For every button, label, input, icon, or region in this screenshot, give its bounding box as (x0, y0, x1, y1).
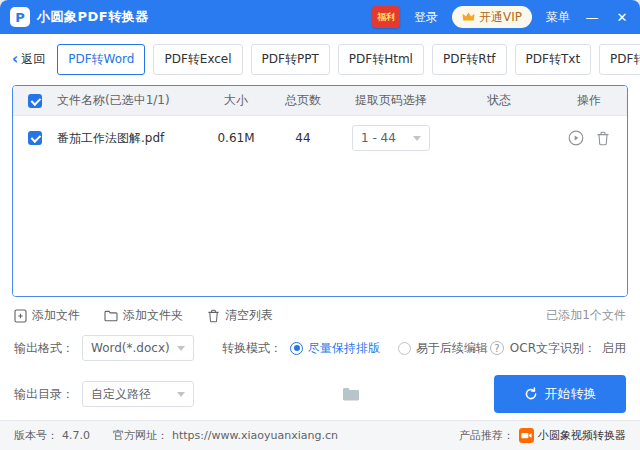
add-file-button[interactable]: 添加文件 (14, 307, 80, 324)
clear-list-button[interactable]: 清空列表 (207, 307, 273, 324)
file-table: 文件名称(已选中1/1) 大小 总页数 提取页码选择 状态 操作 番茄工作法图解… (12, 85, 628, 297)
recommend-label: 产品推荐： (459, 428, 514, 443)
settings-row-format: 输出格式： Word(*.docx) 转换模式： 尽量保持排版 易于后续编辑 ?… (0, 328, 640, 368)
start-convert-label: 开始转换 (545, 385, 597, 403)
settings-row-output: 输出目录： 自定义路径 开始转换 (0, 368, 640, 420)
menu-button[interactable]: 菜单 (546, 9, 570, 26)
back-chevron-icon: ‹ (12, 52, 18, 67)
output-format-label: 输出格式： (14, 340, 74, 357)
start-convert-button[interactable]: 开始转换 (494, 375, 626, 413)
footer: 版本号： 4.7.0 官方网址： https://www.xiaoyuanxia… (0, 420, 640, 450)
refresh-icon (524, 387, 538, 401)
crown-icon (462, 12, 475, 22)
preview-play-icon[interactable] (568, 130, 584, 146)
header-file-name: 文件名称(已选中1/1) (57, 92, 201, 109)
version-value: 4.7.0 (62, 429, 90, 442)
help-icon[interactable]: ? (490, 341, 504, 355)
page-range-value: 1 - 44 (361, 131, 396, 145)
tab-pdf-to-ppt[interactable]: PDF转PPT (251, 44, 330, 75)
minimize-button[interactable]: — (584, 10, 600, 25)
radio-keep-layout-label: 尽量保持排版 (308, 340, 380, 357)
header-pages: 总页数 (271, 92, 335, 109)
login-button[interactable]: 登录 (414, 9, 438, 26)
version-label: 版本号： (14, 428, 58, 443)
convert-mode-group: 尽量保持排版 易于后续编辑 (290, 340, 488, 357)
add-file-icon (14, 309, 27, 323)
chevron-down-icon (177, 346, 185, 351)
action-bar: 添加文件 添加文件夹 清空列表 已添加1个文件 (0, 297, 640, 328)
output-format-select[interactable]: Word(*.docx) (82, 335, 194, 361)
website-label: 官方网址： (113, 428, 168, 443)
delete-row-icon[interactable] (596, 131, 610, 146)
chevron-down-icon (177, 392, 185, 397)
tab-pdf-to-word[interactable]: PDF转Word (57, 44, 145, 75)
back-label: 返回 (21, 51, 45, 68)
add-file-label: 添加文件 (32, 307, 80, 324)
radio-easy-edit[interactable]: 易于后续编辑 (398, 340, 488, 357)
header-status: 状态 (447, 92, 551, 109)
header-size: 大小 (201, 92, 271, 109)
tab-pdf-to-html[interactable]: PDF转Html (338, 44, 424, 75)
radio-easy-edit-label: 易于后续编辑 (416, 340, 488, 357)
ocr-group: ? OCR文字识别： 启用 (490, 340, 626, 357)
app-window: P 小圆象PDF转换器 福利 登录 开通VIP 菜单 — ✕ ‹ 返回 PDF转… (0, 0, 640, 450)
select-all-checkbox[interactable] (28, 94, 42, 108)
table-header-row: 文件名称(已选中1/1) 大小 总页数 提取页码选择 状态 操作 (13, 86, 627, 116)
clear-list-icon (207, 309, 220, 323)
tab-bar: ‹ 返回 PDF转Word PDF转Excel PDF转PPT PDF转Html… (0, 34, 640, 83)
radio-dot-icon (398, 342, 411, 355)
clear-list-label: 清空列表 (225, 307, 273, 324)
ocr-label: OCR文字识别： (510, 340, 596, 357)
recommended-product-link[interactable]: 小圆象视频转换器 (519, 428, 626, 443)
recommend-value: 小圆象视频转换器 (538, 428, 626, 443)
output-dir-select[interactable]: 自定义路径 (82, 381, 194, 407)
tab-pdf-to-txt[interactable]: PDF转Txt (515, 44, 592, 75)
header-operations: 操作 (551, 92, 627, 109)
back-button[interactable]: ‹ 返回 (12, 51, 45, 68)
tab-pdf-to-image[interactable]: PDF转图片 (599, 44, 640, 75)
row-checkbox[interactable] (28, 131, 42, 145)
tab-pdf-to-excel[interactable]: PDF转Excel (153, 44, 242, 75)
chevron-down-icon (413, 136, 421, 141)
add-folder-label: 添加文件夹 (123, 307, 183, 324)
header-page-range: 提取页码选择 (335, 92, 447, 109)
add-folder-icon (104, 310, 118, 322)
table-empty-area (13, 160, 627, 296)
titlebar: P 小圆象PDF转换器 福利 登录 开通VIP 菜单 — ✕ (0, 0, 640, 34)
file-size: 0.61M (201, 131, 271, 145)
tab-pdf-to-rtf[interactable]: PDF转Rtf (432, 44, 507, 75)
output-dir-label: 输出目录： (14, 386, 74, 403)
file-pages: 44 (271, 131, 335, 145)
page-range-select[interactable]: 1 - 44 (352, 125, 430, 151)
file-name: 番茄工作法图解.pdf (57, 130, 201, 147)
video-converter-icon (519, 428, 534, 443)
website-link[interactable]: https://www.xiaoyuanxiang.cn (172, 429, 338, 442)
ocr-enable-button[interactable]: 启用 (602, 340, 626, 357)
added-count: 已添加1个文件 (546, 307, 626, 324)
output-dir-value: 自定义路径 (91, 386, 151, 403)
table-row[interactable]: 番茄工作法图解.pdf 0.61M 44 1 - 44 (13, 116, 627, 160)
convert-mode-label: 转换模式： (222, 340, 282, 357)
output-format-value: Word(*.docx) (91, 341, 170, 355)
app-title: 小圆象PDF转换器 (37, 8, 149, 26)
add-folder-button[interactable]: 添加文件夹 (104, 307, 183, 324)
radio-keep-layout[interactable]: 尽量保持排版 (290, 340, 380, 357)
vip-button[interactable]: 开通VIP (452, 6, 532, 28)
choose-directory-folder-icon[interactable] (342, 387, 360, 402)
vip-label: 开通VIP (479, 9, 522, 26)
app-logo-icon: P (10, 7, 30, 27)
radio-dot-icon (290, 342, 303, 355)
welfare-badge-icon[interactable]: 福利 (372, 6, 400, 28)
close-button[interactable]: ✕ (614, 10, 630, 25)
